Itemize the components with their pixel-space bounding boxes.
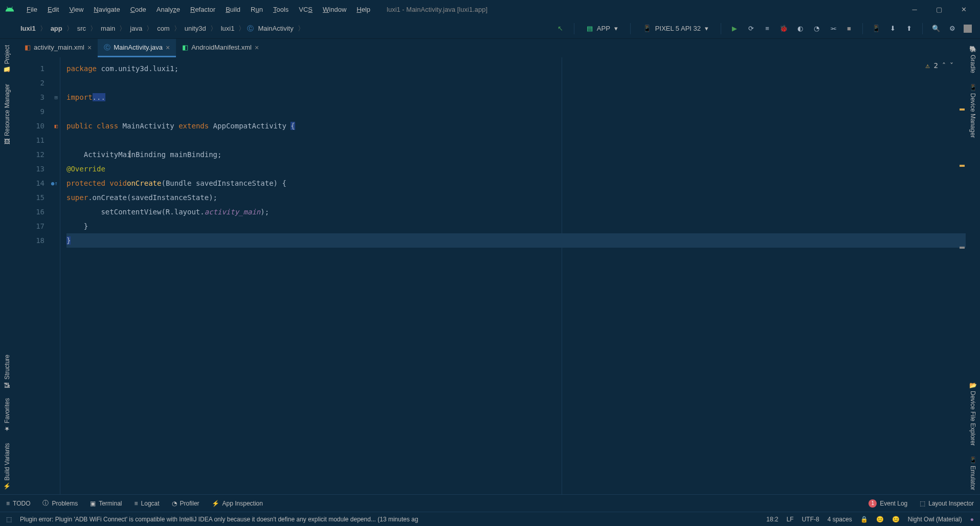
bottom-terminal[interactable]: ▣Terminal xyxy=(90,500,122,507)
right-margin-ruler xyxy=(562,57,562,494)
sdk-manager-icon[interactable]: ⬇ xyxy=(887,24,898,34)
bottom-app-inspection[interactable]: ⚡App Inspection xyxy=(212,500,263,507)
theme-name[interactable]: Night Owl (Material) xyxy=(908,516,962,523)
sidebar-device-manager[interactable]: 📱Device Manager xyxy=(967,79,978,142)
chevron-down-icon: ▾ xyxy=(614,25,618,32)
settings-icon[interactable]: ⚙ xyxy=(947,24,957,34)
related-files-icon[interactable]: ◧ xyxy=(54,123,58,129)
line-separator[interactable]: LF xyxy=(787,516,794,523)
apply-changes-restart-icon[interactable]: ⟳ xyxy=(746,24,756,34)
sidebar-project[interactable]: 📁Project xyxy=(2,41,13,78)
android-studio-logo xyxy=(4,4,15,15)
emoji-icon: 😐 xyxy=(876,516,884,523)
xml-icon: ◧ xyxy=(25,43,31,51)
crumb-java[interactable]: java xyxy=(128,24,144,33)
menu-tools[interactable]: Tools xyxy=(269,4,293,15)
menu-refactor[interactable]: Refactor xyxy=(186,4,219,15)
sidebar-resource-manager[interactable]: 🖼Resource Manager xyxy=(2,80,13,149)
notifications-icon[interactable] xyxy=(964,25,972,33)
crumb-luxi1[interactable]: luxi1 xyxy=(219,24,237,33)
crumb-com[interactable]: com xyxy=(155,24,172,33)
menu-analyze[interactable]: Analyze xyxy=(152,4,184,15)
crumb-root[interactable]: luxi1 xyxy=(18,24,38,33)
chevron-down-icon[interactable]: ˅ xyxy=(950,61,953,70)
gutter[interactable]: 1 2 3⊞ 9 10◧ 11 12 13 14●↑ 15 16 17 18 xyxy=(14,57,60,494)
run-button[interactable]: ▶ xyxy=(729,24,740,34)
coverage-icon[interactable]: ◐ xyxy=(795,24,805,34)
menu-run[interactable]: Run xyxy=(247,4,267,15)
menu-code[interactable]: Code xyxy=(126,4,150,15)
tab-mainactivity-java[interactable]: Ⓒ MainActivity.java × xyxy=(98,39,176,57)
menu-help[interactable]: Help xyxy=(352,4,374,15)
sidebar-build-variants[interactable]: ⚡Build Variants xyxy=(2,439,13,494)
bottom-todo[interactable]: ≡TODO xyxy=(6,500,30,507)
menu-vcs[interactable]: VCS xyxy=(295,4,317,15)
editor-container: ◧ activity_main.xml × Ⓒ MainActivity.jav… xyxy=(14,39,966,494)
search-everywhere-icon[interactable]: 🔍 xyxy=(931,24,941,34)
editor-tabs: ◧ activity_main.xml × Ⓒ MainActivity.jav… xyxy=(14,39,966,57)
minimize-button[interactable]: ─ xyxy=(908,3,921,15)
sidebar-gradle[interactable]: 🐘Gradle xyxy=(967,41,978,77)
crumb-class[interactable]: MainActivity xyxy=(256,24,295,33)
left-toolwindow-bar: 📁Project 🖼Resource Manager 🏗Structure ★F… xyxy=(0,39,14,494)
crumb-app[interactable]: app xyxy=(49,24,64,33)
indent-settings[interactable]: 4 spaces xyxy=(828,516,852,523)
quick-access-icon[interactable]: ⬚ xyxy=(6,516,12,523)
window-title: luxi1 - MainActivity.java [luxi1.app] xyxy=(387,6,487,13)
menu-window[interactable]: Window xyxy=(319,4,350,15)
sidebar-structure[interactable]: 🏗Structure xyxy=(2,350,13,392)
menu-edit[interactable]: Edit xyxy=(43,4,63,15)
tab-activity-main-xml[interactable]: ◧ activity_main.xml × xyxy=(18,39,98,57)
close-tab-icon[interactable]: × xyxy=(255,43,259,52)
maximize-button[interactable]: ▢ xyxy=(933,3,945,15)
emoji-icon: 😐 xyxy=(892,516,900,523)
readonly-icon[interactable]: 🔒 xyxy=(860,516,868,523)
bottom-logcat[interactable]: ≡Logcat xyxy=(135,500,160,507)
error-stripe[interactable] xyxy=(959,73,966,494)
apply-code-changes-icon[interactable]: ≡ xyxy=(762,24,772,34)
inspections-widget[interactable]: ⚠ 2 ˄ ˅ xyxy=(925,61,953,70)
crumb-src[interactable]: src xyxy=(75,24,88,33)
menu-bar: File Edit View Navigate Code Analyze Ref… xyxy=(0,0,980,18)
bottom-event-log[interactable]: 1 Event Log xyxy=(868,499,907,508)
crumb-unity3d[interactable]: unity3d xyxy=(183,24,208,33)
avd-manager-icon[interactable]: 📱 xyxy=(871,24,881,34)
device-select[interactable]: 📱 PIXEL 5 API 32 ▾ xyxy=(639,23,712,34)
menu-navigate[interactable]: Navigate xyxy=(90,4,124,15)
fold-icon[interactable]: ⊞ xyxy=(54,94,58,101)
menu-build[interactable]: Build xyxy=(221,4,244,15)
profiler-icon[interactable]: ◔ xyxy=(811,24,821,34)
run-config-select[interactable]: ▤ APP ▾ xyxy=(583,23,622,34)
build-hammer-icon[interactable]: ↖ xyxy=(555,24,566,34)
crumb-main[interactable]: main xyxy=(99,24,117,33)
code-editor[interactable]: 1 2 3⊞ 9 10◧ 11 12 13 14●↑ 15 16 17 18 p… xyxy=(14,57,966,494)
stop-button[interactable]: ■ xyxy=(844,24,854,34)
code-text-area[interactable]: package com.unity3d.luxi1; import ... pu… xyxy=(60,57,966,494)
navigation-bar: luxi1〉 app〉 src〉 main〉 java〉 com〉 unity3… xyxy=(0,18,980,39)
file-encoding[interactable]: UTF-8 xyxy=(802,516,819,523)
close-button[interactable]: ✕ xyxy=(957,3,970,15)
sidebar-favorites[interactable]: ★Favorites xyxy=(2,394,13,436)
chevron-up-icon[interactable]: ˄ xyxy=(942,61,946,70)
sidebar-emulator[interactable]: 📱Emulator xyxy=(967,452,978,494)
menu-file[interactable]: File xyxy=(23,4,41,15)
bottom-problems[interactable]: ⓘProblems xyxy=(42,499,78,508)
debug-button[interactable]: 🐞 xyxy=(778,24,789,34)
bottom-layout-inspector[interactable]: ⬚Layout Inspector xyxy=(920,499,974,508)
tab-androidmanifest-xml[interactable]: ◧ AndroidManifest.xml × xyxy=(176,39,265,57)
override-icon[interactable]: ●↑ xyxy=(51,180,58,187)
bottom-toolwindow-bar: ≡TODO ⓘProblems ▣Terminal ≡Logcat ◔Profi… xyxy=(0,494,980,512)
java-class-icon: Ⓒ xyxy=(104,43,110,52)
resource-manager-icon[interactable]: ⬆ xyxy=(904,24,914,34)
close-tab-icon[interactable]: × xyxy=(87,43,92,52)
bottom-profiler[interactable]: ◔Profiler xyxy=(172,500,199,507)
right-toolwindow-bar: 🐘Gradle 📱Device Manager 📂Device File Exp… xyxy=(966,39,980,494)
status-message[interactable]: Plugin error: Plugin 'ADB WiFi Connect' … xyxy=(20,516,758,523)
menu-view[interactable]: View xyxy=(65,4,87,15)
close-tab-icon[interactable]: × xyxy=(166,43,170,52)
attach-debugger-icon[interactable]: ⫘ xyxy=(828,24,838,34)
class-icon: Ⓒ xyxy=(247,24,254,33)
cursor-position[interactable]: 18:2 xyxy=(766,516,778,523)
event-count-badge: 1 xyxy=(868,499,877,508)
sidebar-device-file-explorer[interactable]: 📂Device File Explorer xyxy=(967,377,978,450)
